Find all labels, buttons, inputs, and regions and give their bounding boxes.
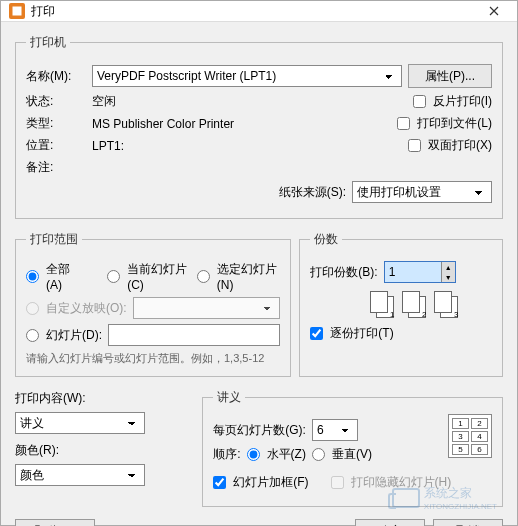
color-label: 颜色(R):: [15, 442, 59, 459]
watermark-text: 系统之家: [424, 485, 497, 502]
frame-checkbox[interactable]: 幻灯片加框(F): [213, 474, 308, 491]
range-group: 打印范围 全部(A) 当前幻灯片(C) 选定幻灯片(N) 自定义放映(O): 幻…: [15, 231, 291, 377]
collate-checkbox[interactable]: 逐份打印(T): [310, 325, 492, 342]
status-value: 空闲: [92, 93, 407, 110]
paper-source-select[interactable]: 使用打印机设置: [352, 181, 492, 203]
cancel-button[interactable]: 取消: [433, 519, 503, 526]
where-value: LPT1:: [92, 139, 402, 153]
ok-button[interactable]: 确定: [355, 519, 425, 526]
type-label: 类型:: [26, 115, 86, 132]
copies-group: 份数 打印份数(B): ▲ ▼ 1 2 3 逐份打印(: [299, 231, 503, 377]
name-label: 名称(M):: [26, 68, 86, 85]
range-current-radio[interactable]: 当前幻灯片(C): [107, 261, 191, 292]
watermark-icon: [392, 488, 420, 508]
tofile-checkbox[interactable]: 打印到文件(L): [397, 115, 492, 132]
svg-rect-0: [13, 7, 21, 15]
copies-spinner[interactable]: ▲ ▼: [384, 261, 456, 283]
order-horizontal-radio[interactable]: 水平(Z): [247, 446, 306, 463]
color-select[interactable]: 颜色: [15, 464, 145, 486]
window-title: 打印: [31, 3, 479, 20]
close-button[interactable]: [479, 1, 509, 21]
range-hint: 请输入幻灯片编号或幻灯片范围。例如，1,3,5-12: [26, 351, 280, 366]
duplex-checkbox[interactable]: 双面打印(X): [408, 137, 492, 154]
range-custom-radio: 自定义放映(O):: [26, 300, 127, 317]
watermark: 系统之家 XITONGZHIJIA.NET: [392, 485, 497, 511]
order-label: 顺序:: [213, 446, 240, 463]
type-value: MS Publisher Color Printer: [92, 117, 391, 131]
collate-icons: 1 2 3: [370, 291, 492, 319]
range-legend: 打印范围: [26, 231, 82, 248]
comment-label: 备注:: [26, 159, 86, 176]
reverse-checkbox[interactable]: 反片打印(I): [413, 93, 492, 110]
spinner-up[interactable]: ▲: [441, 262, 455, 272]
per-page-label: 每页幻灯片数(G):: [213, 422, 306, 439]
watermark-url: XITONGZHIJIA.NET: [424, 502, 497, 511]
status-label: 状态:: [26, 93, 86, 110]
properties-button[interactable]: 属性(P)...: [408, 64, 492, 88]
range-selection-radio[interactable]: 选定幻灯片(N): [197, 261, 281, 292]
app-icon: [9, 3, 25, 19]
range-slides-radio[interactable]: 幻灯片(D):: [26, 327, 102, 344]
spinner-down[interactable]: ▼: [441, 272, 455, 282]
print-what-label: 打印内容(W):: [15, 390, 86, 407]
printer-legend: 打印机: [26, 34, 70, 51]
preview-button[interactable]: 预览(E): [15, 519, 95, 526]
slides-input[interactable]: [108, 324, 280, 346]
copies-count-label: 打印份数(B):: [310, 264, 377, 281]
range-all-radio[interactable]: 全部(A): [26, 261, 78, 292]
custom-show-select: [133, 297, 281, 319]
print-what-select[interactable]: 讲义: [15, 412, 145, 434]
per-page-select[interactable]: 6: [312, 419, 358, 441]
copies-legend: 份数: [310, 231, 342, 248]
printer-name-select[interactable]: VeryPDF Postscript Writer (LPT1): [92, 65, 402, 87]
handout-preview-icon: 123456: [448, 414, 492, 458]
printer-group: 打印机 名称(M): VeryPDF Postscript Writer (LP…: [15, 34, 503, 219]
handout-legend: 讲义: [213, 389, 245, 406]
order-vertical-radio[interactable]: 垂直(V): [312, 446, 372, 463]
paper-source-label: 纸张来源(S):: [279, 184, 346, 201]
where-label: 位置:: [26, 137, 86, 154]
